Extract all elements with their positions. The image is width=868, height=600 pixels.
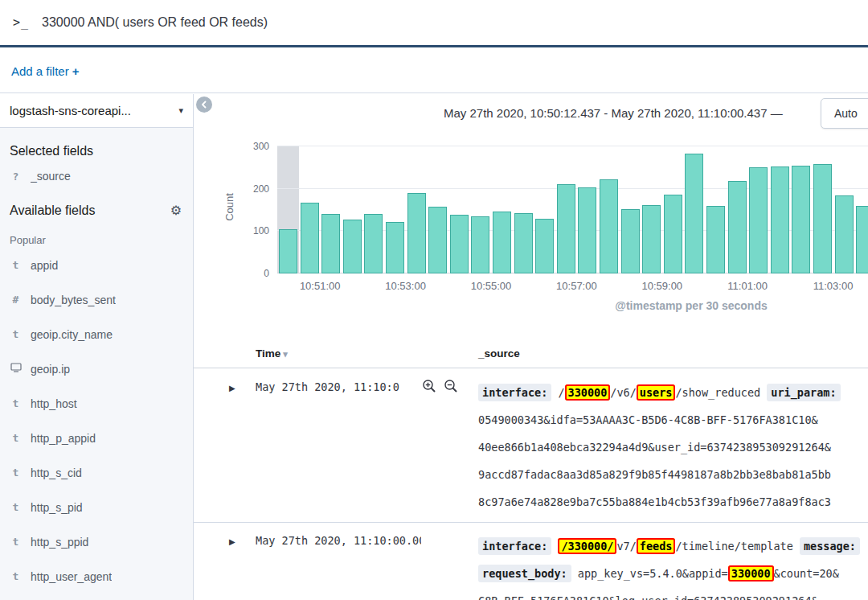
field-name: geoip.city_name — [31, 328, 113, 341]
sidebar-field-http_s_cid[interactable]: thttp_s_cid — [0, 455, 193, 490]
field-label-chip: message: — [800, 537, 860, 555]
histogram-bar[interactable] — [514, 213, 533, 273]
field-type-icon: t — [10, 397, 22, 409]
histogram-bar[interactable] — [642, 205, 661, 273]
source-text: /show_reduced — [675, 386, 767, 399]
collapse-sidebar-button[interactable] — [196, 97, 212, 113]
histogram-bar[interactable] — [728, 181, 747, 273]
interval-auto-button[interactable]: Auto — [821, 98, 868, 129]
histogram-bar[interactable] — [706, 206, 725, 273]
source-text: 8c97a6e74a828e9ba7c55ba884e1b4cb53f39afb… — [478, 495, 831, 508]
histogram-bar[interactable] — [557, 184, 575, 273]
time-zoom-controls — [422, 379, 458, 397]
sidebar-field-geoip.city_name[interactable]: tgeoip.city_name — [0, 317, 193, 351]
sidebar-field-http_user_agent[interactable]: thttp_user_agent — [0, 559, 193, 594]
histogram-bar[interactable] — [301, 203, 319, 273]
sidebar-field-appid[interactable]: tappid — [0, 248, 193, 282]
field-type-icon: t — [10, 536, 22, 548]
field-name: geoip.ip — [31, 363, 70, 376]
field-name: http_host — [31, 397, 77, 410]
time-range-label: May 27th 2020, 10:50:12.437 - May 27th 2… — [444, 106, 783, 120]
available-fields-title: Available fields — [10, 203, 95, 218]
histogram-bar[interactable] — [749, 167, 768, 273]
field-name: http_s_pid — [31, 501, 83, 514]
expand-row-icon[interactable]: ▶ — [229, 537, 235, 546]
histogram-bar[interactable] — [835, 195, 854, 273]
histogram-bar[interactable] — [407, 193, 426, 273]
available-fields-header: Available fields ⚙ — [0, 189, 193, 223]
field-name: http_user_agent — [31, 570, 112, 583]
source-text: 9accd87fadac8aa3d85a829f9b85f4498187a8b2… — [478, 468, 831, 481]
field-name: body_bytes_sent — [31, 294, 116, 306]
field-type-icon: t — [10, 259, 22, 271]
x-tick-label: 10:59:00 — [634, 280, 690, 292]
source-line: interface: /330000/v6/users/show_reduced… — [478, 379, 868, 406]
column-header-time[interactable]: Time▾ — [256, 347, 288, 360]
histogram-bar[interactable] — [386, 222, 404, 273]
sidebar-field-body_bytes_sent[interactable]: #body_bytes_sent — [0, 282, 193, 317]
histogram-bar[interactable] — [279, 229, 297, 273]
ip-field-type-icon — [10, 363, 22, 375]
x-axis-caption: @timestamp per 30 seconds — [615, 299, 768, 312]
field-type-icon: t — [10, 570, 22, 582]
sidebar-field-http_s_pid[interactable]: thttp_s_pid — [0, 490, 193, 524]
histogram-chart: Count 0100200300 10:51:0010:53:0010:55:0… — [193, 138, 868, 327]
histogram-bar[interactable] — [321, 214, 340, 273]
search-query-input[interactable] — [42, 15, 855, 30]
source-text: /timeline/template — [675, 540, 799, 553]
sidebar-field-http_s_ppid[interactable]: thttp_s_ppid — [0, 524, 193, 559]
field-name: _source — [31, 170, 71, 183]
x-tick-label: 10:57:00 — [548, 280, 604, 292]
filter-bar: Add a filter+ — [0, 50, 868, 93]
field-type-icon: ? — [10, 171, 22, 183]
results-table-body: ▶May 27th 2020, 11:10:0interface: /33000… — [193, 369, 868, 600]
histogram-bar[interactable] — [685, 154, 703, 273]
field-label-chip: uri_param: — [767, 384, 840, 401]
zoom-in-icon[interactable] — [422, 379, 436, 397]
source-text: C8B-BFF-5176FA381C10&log_user_id=6374238… — [478, 594, 818, 600]
histogram-bar[interactable] — [771, 166, 789, 273]
histogram-bar[interactable] — [578, 187, 596, 273]
source-line: 40ee866b1a408ebca32294a4d9&user_id=63742… — [478, 434, 868, 461]
source-text: / — [551, 386, 564, 399]
histogram-bar[interactable] — [600, 179, 618, 273]
source-line: 8c97a6e74a828e9ba7c55ba884e1b4cb53f39afb… — [478, 488, 868, 516]
histogram-bar[interactable] — [621, 209, 640, 273]
sidebar-field-http_p_appid[interactable]: thttp_p_appid — [0, 421, 193, 455]
gridline — [277, 146, 868, 146]
sidebar-field-source[interactable]: ? _source — [0, 163, 193, 189]
sidebar-field-geoip.ip[interactable]: geoip.ip — [0, 351, 193, 386]
histogram-bar[interactable] — [856, 206, 868, 273]
add-filter-button[interactable]: Add a filter+ — [11, 64, 79, 78]
histogram-bar[interactable] — [792, 166, 810, 273]
source-text: v7/ — [616, 540, 636, 553]
histogram-bar[interactable] — [664, 195, 682, 273]
sidebar-field-http_host[interactable]: thttp_host — [0, 386, 193, 421]
popular-field-list: tappid#body_bytes_senttgeoip.city_namege… — [0, 248, 193, 594]
gear-icon[interactable]: ⚙ — [170, 204, 182, 217]
field-name: http_s_cid — [31, 466, 82, 479]
histogram-bar[interactable] — [813, 164, 832, 273]
y-tick-label: 100 — [193, 225, 269, 236]
expand-row-icon[interactable]: ▶ — [229, 384, 235, 392]
histogram-bar[interactable] — [343, 220, 362, 273]
field-name: http_s_ppid — [31, 536, 88, 549]
popular-section-label: Popular — [0, 223, 193, 248]
source-text: 40ee866b1a408ebca32294a4d9&user_id=63742… — [478, 441, 831, 454]
histogram-plot-area — [277, 146, 868, 273]
source-line: 9accd87fadac8aa3d85a829f9b85f4498187a8b2… — [478, 461, 868, 488]
terminal-prompt-icon: >_ — [13, 15, 29, 30]
doc-timestamp: May 27th 2020, 11:10:00.000 — [256, 534, 421, 547]
field-type-icon: t — [10, 432, 22, 444]
histogram-bar[interactable] — [493, 212, 511, 273]
zoom-out-icon[interactable] — [444, 379, 458, 397]
index-pattern-selector[interactable]: logstash-sns-coreapi... ▾ — [0, 94, 193, 128]
histogram-bar[interactable] — [364, 214, 383, 273]
source-line: 0549000343&idfa=53AAAA3C-B5D6-4C8B-BFF-5… — [478, 406, 868, 434]
field-type-icon: t — [10, 466, 22, 479]
histogram-bar[interactable] — [450, 215, 469, 273]
histogram-bar[interactable] — [428, 207, 447, 273]
histogram-bar[interactable] — [535, 219, 554, 273]
highlighted-term: /330000/ — [558, 538, 616, 554]
histogram-bar[interactable] — [471, 216, 489, 273]
